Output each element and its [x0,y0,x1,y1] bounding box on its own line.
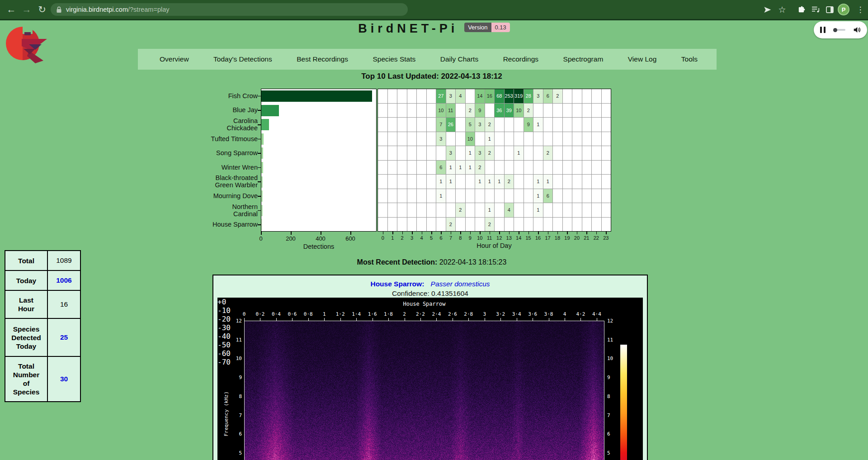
stat-value[interactable]: 30 [48,357,80,401]
heatmap-cell: 2 [475,161,485,175]
nav-item-species-stats[interactable]: Species Stats [373,55,415,63]
heatmap-cell [407,175,417,189]
heatmap-cell: 2 [524,104,533,118]
stat-value[interactable]: 1006 [48,271,80,290]
heatmap-cell [378,104,387,118]
bar-ytick [258,153,261,154]
heatmap-cell [427,89,436,103]
menu-icon[interactable]: ⋮ [854,0,867,19]
bar [261,133,264,145]
forward-button[interactable]: → [19,0,34,19]
most-recent-line: Most Recent Detection: 2022-04-13 18:15:… [0,258,863,266]
hour-tick-label: 11 [487,235,492,241]
heatmap-cell [602,175,611,189]
heatmap-cell [397,189,407,203]
heatmap-cell [417,189,426,203]
heatmap-cell [514,161,524,175]
nav-item-recordings[interactable]: Recordings [503,55,538,63]
spectrogram-freq-label-right: 5 [607,450,610,456]
heatmap-cell [378,218,387,232]
pause-button[interactable] [820,27,826,33]
heatmap-cell [592,218,601,232]
bar-category-label: Song Sparrow [181,149,258,156]
extensions-icon[interactable] [794,0,808,19]
scientific-name[interactable]: Passer domesticus [431,280,490,288]
heatmap-cell [505,146,514,160]
hour-tick [422,232,423,234]
detection-panel: House Sparrow: Passer domesticus Confide… [212,275,648,460]
bar-xtick [350,232,351,235]
heatmap-cell [563,203,572,217]
back-button[interactable]: ← [4,0,19,19]
spectrogram-time-tick [580,318,581,321]
heatmap-cell [514,175,524,189]
heatmap-cell [456,189,465,203]
spectrogram-time-label: 2·4 [432,311,441,317]
playlist-icon[interactable] [809,0,822,19]
url-path: /?stream=play [128,6,169,13]
heatmap-cell [427,146,436,160]
heatmap-cell [456,218,465,232]
heatmap-cell [563,89,572,103]
heatmap-cell: 2 [466,104,475,118]
spectrogram-time-tick [244,318,245,321]
nav-item-today-s-detections[interactable]: Today's Detections [213,55,272,63]
lock-icon [56,6,62,13]
heatmap-cell [397,132,407,146]
nav-item-overview[interactable]: Overview [160,55,189,63]
confidence-line: Confidence: 0.41351604 [213,289,647,298]
bar-category-label: Black-throatedGreen Warbler [181,174,258,189]
heatmap-cell: 11 [446,104,456,118]
bookmark-star-icon[interactable]: ☆ [775,0,789,19]
version-label: Version [464,23,491,32]
nav-item-tools[interactable]: Tools [681,55,698,63]
heatmap-cell [582,218,592,232]
bar-category-label: CarolinaChickadee [181,117,258,132]
heatmap-cell: 26 [446,118,456,132]
heatmap-cell [427,175,436,189]
refresh-button[interactable]: ↻ [34,0,50,19]
heatmap-cell [524,218,533,232]
stat-row-today: Today1006 [5,271,80,291]
nav-item-spectrogram[interactable]: Spectrogram [563,55,604,63]
spectrogram-time-tick [436,318,437,321]
nav-item-daily-charts[interactable]: Daily Charts [440,55,478,63]
main-nav: OverviewToday's DetectionsBest Recording… [138,49,717,70]
spectrogram-time-label: 0·6 [288,311,297,317]
stat-value[interactable]: 25 [48,319,80,356]
send-icon[interactable] [760,0,774,19]
heatmap-cell: 6 [436,161,446,175]
heatmap-cell: 1 [533,118,543,132]
spectrogram-time-label: 0 [243,311,246,317]
spectrogram-time-label: 1·8 [384,311,393,317]
seek-slider[interactable] [834,29,845,31]
heatmap-cell [427,104,436,118]
heatmap-cell [397,146,407,160]
side-panel-icon[interactable] [823,0,836,19]
detections-axis-label: Detections [303,243,335,250]
heatmap-cell [543,132,553,146]
heatmap-cell [495,118,504,132]
heatmap-cell: 10 [436,104,446,118]
spectrogram-time-tick [373,318,373,321]
stat-row-species-detected-today: Species Detected Today25 [5,319,80,357]
url-host: virginia.birdnetpi.com [66,6,128,13]
nav-item-best-recordings[interactable]: Best Recordings [297,55,348,63]
heatmap-cell [397,161,407,175]
bar [261,105,279,116]
hour-tick [451,232,452,234]
address-bar[interactable]: virginia.birdnetpi.com/?stream=play [51,3,408,16]
profile-avatar[interactable]: P [838,4,849,15]
volume-icon[interactable] [853,26,861,33]
heatmap-cell: 1 [446,161,456,175]
heatmap-cell [475,132,485,146]
nav-item-view-log[interactable]: View Log [628,55,656,63]
heatmap-cell [378,175,387,189]
heatmap-cell [553,118,562,132]
species-link[interactable]: House Sparrow: [370,280,424,288]
heatmap-cell: 9 [524,118,533,132]
heatmap-cell [397,203,407,217]
heatmap-cell [388,218,397,232]
heatmap-cell [553,175,562,189]
spectrogram-time-label: 2·2 [416,311,425,317]
